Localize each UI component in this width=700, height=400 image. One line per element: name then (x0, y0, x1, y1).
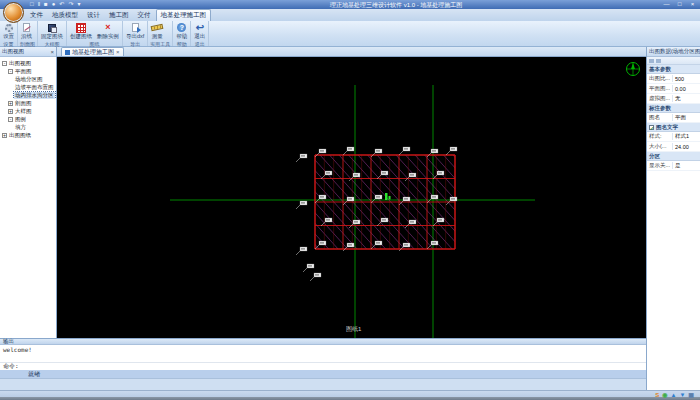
save-icon[interactable]: ■ (44, 1, 48, 8)
delete-instance-button[interactable]: 删除实例 (96, 22, 120, 40)
quick-access-toolbar: □‖■●↶↷▾ (30, 1, 80, 8)
property-label: 虚拟图... (647, 95, 673, 102)
exit-button[interactable]: 退出 (193, 22, 206, 40)
ribbon-group-0: 设置设置 (0, 21, 18, 46)
tree-item-3[interactable]: 边坡平面布置图 (1, 83, 56, 91)
property-value[interactable]: 500 (673, 76, 700, 82)
checkbox-icon[interactable]: ✓ (649, 125, 654, 130)
ribbon-tab-1[interactable]: 地质模型 (48, 10, 82, 21)
block-button[interactable]: 固定图块 (40, 22, 64, 40)
property-value[interactable]: 样式1 (673, 133, 700, 140)
property-group-label: 标注参数 (649, 105, 671, 112)
property-value[interactable]: 24.00 (673, 144, 700, 150)
sort-icon[interactable] (649, 59, 654, 63)
ribbon-tab-3[interactable]: 施工图 (105, 10, 133, 21)
create-sheet-button[interactable]: 创建图纸 (69, 22, 93, 40)
ribbon-tab-0[interactable]: 文件 (26, 10, 47, 21)
property-row: 显示关...是 (647, 161, 700, 171)
ribbon-tab-5[interactable]: 地基处理施工图 (156, 9, 212, 21)
tree-item-label: 平面图 (14, 68, 33, 75)
maximize-button[interactable]: □ (674, 0, 685, 8)
app-menu-button[interactable] (3, 2, 24, 23)
snap-icon[interactable]: S (655, 392, 659, 399)
property-value[interactable]: 无 (673, 95, 700, 102)
property-value[interactable]: 平面 (673, 114, 700, 121)
view-tree: -出图视图-平面图场地分区图边坡平面布置图场内排水沟分区+剖面图+大样图-图例填… (0, 57, 56, 139)
tree-item-4[interactable]: 场内排水沟分区 (1, 91, 56, 99)
view-tree-panel-header: 出图视图 × (0, 47, 56, 57)
cursor-blip (385, 193, 388, 200)
expand-icon[interactable]: + (2, 133, 7, 138)
export-button[interactable]: 导出dxf (125, 22, 145, 40)
status-bar: S◉▲▼▦ (0, 390, 700, 400)
property-group-header-2[interactable]: ✓图名文字 (647, 123, 700, 132)
ribbon-group-4: 导出dxf导出 (123, 21, 148, 46)
section-line-button[interactable]: 沿线 (20, 22, 33, 40)
help-button[interactable]: 帮助 (175, 22, 188, 40)
tree-item-2[interactable]: 场地分区图 (1, 75, 56, 83)
collapse-icon[interactable]: - (2, 61, 7, 66)
ribbon-group-2: 固定图块大样图 (38, 21, 67, 46)
refresh-icon[interactable]: ◉ (662, 392, 667, 399)
ribbon-group-3: 创建图纸删除实例图纸 (67, 21, 123, 46)
property-group-header-0[interactable]: 基本参数 (647, 65, 700, 74)
tree-item-1[interactable]: -平面图 (1, 67, 56, 75)
create-sheet-icon (76, 23, 86, 33)
property-row: 虚拟图...无 (647, 94, 700, 104)
ribbon-tab-4[interactable]: 交付 (134, 10, 155, 21)
down-icon[interactable]: ▼ (679, 392, 685, 399)
document-tab[interactable]: 地基处理施工图 × (61, 47, 124, 56)
grid-mode-icon[interactable]: ▦ (688, 392, 694, 399)
property-group-header-1[interactable]: 标注参数 (647, 104, 700, 113)
expand-icon[interactable]: + (8, 109, 13, 114)
drawing-canvas[interactable]: 图纸1 (57, 57, 646, 338)
expand-icon[interactable]: + (8, 101, 13, 106)
output-panel-header[interactable]: 输出 (0, 338, 646, 345)
property-group-header-3[interactable]: 分区 (647, 152, 700, 161)
properties-panel-header: 出图数据(场地分区图) × (647, 47, 700, 57)
collapse-icon[interactable]: - (8, 117, 13, 122)
info-icon[interactable]: ● (52, 1, 56, 8)
minimize-button[interactable]: — (661, 0, 672, 8)
measure-button[interactable]: 测量 (150, 22, 164, 40)
property-value[interactable]: 是 (673, 162, 700, 169)
property-value[interactable]: 0.00 (673, 86, 700, 92)
drawing-viewport[interactable]: 图纸1 (57, 57, 646, 338)
ribbon: 设置设置沿线剖面图固定图块大样图创建图纸删除实例图纸导出dxf导出测量实用工具帮… (0, 21, 700, 47)
status-tray: S◉▲▼▦ (655, 392, 694, 399)
title-bar: 理正地基处理三维设计软件 v1.0 - 地基处理施工图 — □ × (0, 0, 700, 9)
open-icon[interactable]: □ (30, 1, 34, 8)
property-group-label: 分区 (649, 153, 660, 160)
block-icon (48, 24, 56, 32)
redo-icon[interactable]: ↷ (68, 1, 73, 8)
tree-item-label: 填方 (14, 124, 27, 131)
up-icon[interactable]: ▲ (670, 392, 676, 399)
filter-icon[interactable] (656, 59, 661, 63)
output-panel-footer (0, 378, 646, 390)
collapse-icon[interactable]: - (8, 69, 13, 74)
tree-item-5[interactable]: +剖面图 (1, 99, 56, 107)
ribbon-button-label: 创建图纸 (70, 33, 92, 40)
ribbon-button-label: 沿线 (21, 33, 32, 40)
tree-item-0[interactable]: -出图视图 (1, 59, 56, 67)
ribbon-button-label: 导出dxf (126, 33, 144, 40)
undo-icon[interactable]: ↶ (59, 1, 64, 8)
delete-instance-icon (105, 23, 110, 32)
command-input[interactable] (21, 364, 646, 370)
tree-item-8[interactable]: 填方 (1, 123, 56, 131)
gear-button[interactable]: 设置 (2, 22, 15, 40)
dropdown-icon[interactable]: ▾ (77, 1, 80, 8)
ribbon-tab-2[interactable]: 设计 (83, 10, 104, 21)
command-prompt-label: 命令: (3, 362, 19, 371)
close-button[interactable]: × (687, 0, 698, 8)
tree-item-7[interactable]: -图例 (1, 115, 56, 123)
tree-item-label: 大样图 (14, 108, 33, 115)
pause-icon[interactable]: ‖ (38, 1, 40, 8)
property-label: 平面图... (647, 85, 673, 92)
tree-item-9[interactable]: +出图图纸 (1, 131, 56, 139)
tree-item-6[interactable]: +大样图 (1, 107, 56, 115)
document-tab-close-icon[interactable]: × (116, 49, 120, 55)
tree-item-label: 剖面图 (14, 100, 33, 107)
view-tree-close-icon[interactable]: × (50, 49, 54, 55)
property-label: 样式: (647, 133, 673, 140)
